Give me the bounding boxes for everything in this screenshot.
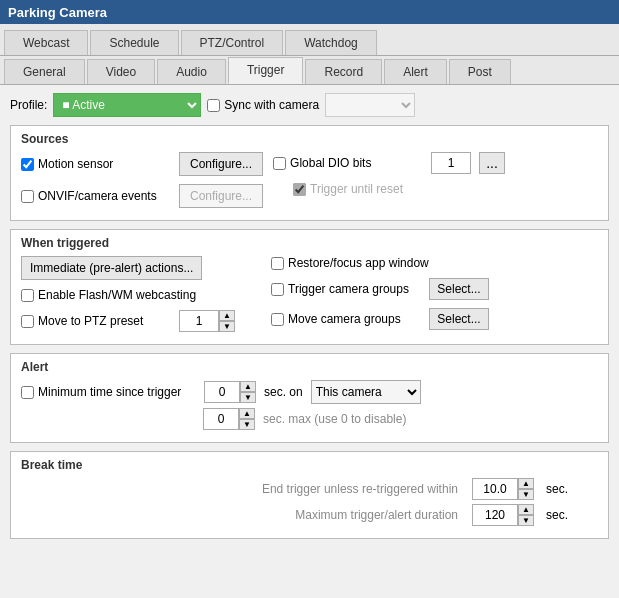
min-time2-down-button[interactable]: ▼: [239, 419, 255, 430]
ptz-up-button[interactable]: ▲: [219, 310, 235, 321]
max-duration-label: Maximum trigger/alert duration: [295, 508, 458, 522]
move-camera-groups-label[interactable]: Move camera groups: [271, 312, 421, 326]
tab-trigger[interactable]: Trigger: [228, 57, 304, 84]
sec-on-label: sec. on: [264, 385, 303, 399]
flash-wm-checkbox[interactable]: [21, 289, 34, 302]
restore-focus-checkbox[interactable]: [271, 257, 284, 270]
tab-alert[interactable]: Alert: [384, 59, 447, 84]
global-dio-dots-button[interactable]: ...: [479, 152, 505, 174]
ptz-preset-input[interactable]: [179, 310, 219, 332]
ptz-down-button[interactable]: ▼: [219, 321, 235, 332]
flash-wm-label[interactable]: Enable Flash/WM webcasting: [21, 288, 196, 302]
tab-ptz-control[interactable]: PTZ/Control: [181, 30, 284, 55]
min-time2-up-button[interactable]: ▲: [239, 408, 255, 419]
max-duration-down-button[interactable]: ▼: [518, 515, 534, 526]
min-time-down-button[interactable]: ▼: [240, 392, 256, 403]
onvif-label[interactable]: ONVIF/camera events: [21, 189, 171, 203]
sync-dropdown[interactable]: [325, 93, 415, 117]
when-triggered-title: When triggered: [21, 236, 598, 250]
move-to-ptz-checkbox[interactable]: [21, 315, 34, 328]
motion-sensor-checkbox[interactable]: [21, 158, 34, 171]
profile-row: Profile: ■ Active Sync with camera: [10, 93, 609, 117]
motion-sensor-configure-button[interactable]: Configure...: [179, 152, 263, 176]
tab-post[interactable]: Post: [449, 59, 511, 84]
tab-record[interactable]: Record: [305, 59, 382, 84]
when-triggered-section: When triggered Immediate (pre-alert) act…: [10, 229, 609, 345]
motion-sensor-label[interactable]: Motion sensor: [21, 157, 171, 171]
move-camera-groups-checkbox[interactable]: [271, 313, 284, 326]
tab-webcast[interactable]: Webcast: [4, 30, 88, 55]
tab-watchdog[interactable]: Watchdog: [285, 30, 377, 55]
global-dio-input[interactable]: [431, 152, 471, 174]
trigger-camera-groups-select-button[interactable]: Select...: [429, 278, 489, 300]
max-duration-input[interactable]: [472, 504, 518, 526]
profile-label: Profile:: [10, 98, 47, 112]
immediate-actions-button[interactable]: Immediate (pre-alert) actions...: [21, 256, 202, 280]
end-trigger-unit: sec.: [546, 482, 568, 496]
tab-row-2: General Video Audio Trigger Record Alert…: [0, 56, 619, 85]
profile-dropdown[interactable]: ■ Active: [53, 93, 201, 117]
min-time-up-button[interactable]: ▲: [240, 381, 256, 392]
break-time-title: Break time: [21, 458, 598, 472]
max-duration-up-button[interactable]: ▲: [518, 504, 534, 515]
alert-section: Alert Minimum time since trigger ▲ ▼ sec…: [10, 353, 609, 443]
trigger-camera-groups-label[interactable]: Trigger camera groups: [271, 282, 421, 296]
tab-row-1: Webcast Schedule PTZ/Control Watchdog: [0, 24, 619, 56]
onvif-checkbox[interactable]: [21, 190, 34, 203]
min-time-value1-input[interactable]: [204, 381, 240, 403]
onvif-configure-button[interactable]: Configure...: [179, 184, 263, 208]
tab-general[interactable]: General: [4, 59, 85, 84]
global-dio-label[interactable]: Global DIO bits: [273, 156, 423, 170]
min-time-label[interactable]: Minimum time since trigger: [21, 385, 196, 399]
restore-focus-label[interactable]: Restore/focus app window: [271, 256, 429, 270]
sync-with-camera-checkbox[interactable]: [207, 99, 220, 112]
tab-video[interactable]: Video: [87, 59, 155, 84]
min-time-value2-input[interactable]: [203, 408, 239, 430]
sec-max-label: sec. max (use 0 to disable): [263, 412, 406, 426]
min-time-checkbox[interactable]: [21, 386, 34, 399]
trigger-camera-groups-checkbox[interactable]: [271, 283, 284, 296]
alert-title: Alert: [21, 360, 598, 374]
tab-schedule[interactable]: Schedule: [90, 30, 178, 55]
sync-with-camera-label[interactable]: Sync with camera: [207, 98, 319, 112]
tab-audio[interactable]: Audio: [157, 59, 226, 84]
end-trigger-label: End trigger unless re-triggered within: [262, 482, 458, 496]
end-trigger-input[interactable]: [472, 478, 518, 500]
move-camera-groups-select-button[interactable]: Select...: [429, 308, 489, 330]
window-title: Parking Camera: [8, 5, 107, 20]
end-trigger-down-button[interactable]: ▼: [518, 489, 534, 500]
camera-dropdown[interactable]: This camera: [311, 380, 421, 404]
break-time-section: Break time End trigger unless re-trigger…: [10, 451, 609, 539]
trigger-until-reset-checkbox[interactable]: [293, 183, 306, 196]
sources-title: Sources: [21, 132, 598, 146]
max-duration-unit: sec.: [546, 508, 568, 522]
sources-section: Sources Motion sensor Configure... ONVIF…: [10, 125, 609, 221]
title-bar: Parking Camera: [0, 0, 619, 24]
end-trigger-up-button[interactable]: ▲: [518, 478, 534, 489]
move-to-ptz-label[interactable]: Move to PTZ preset: [21, 314, 171, 328]
global-dio-checkbox[interactable]: [273, 157, 286, 170]
trigger-until-reset-label[interactable]: Trigger until reset: [293, 182, 403, 196]
